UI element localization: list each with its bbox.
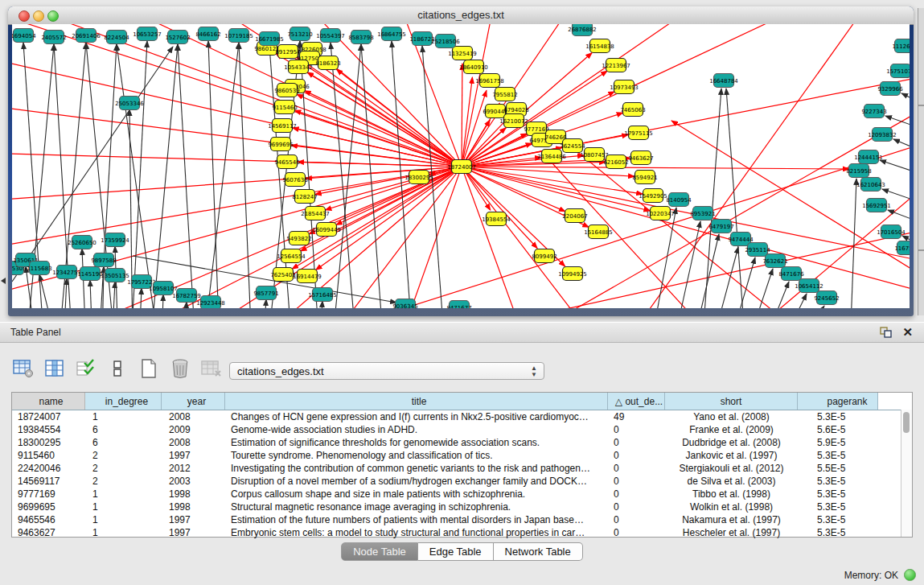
table-row[interactable]: 2242004622012Investigating the contribut… — [12, 462, 912, 475]
graph-node[interactable]: 8215958 — [846, 164, 871, 178]
graph-node[interactable]: 1694054 — [12, 29, 36, 43]
graph-node[interactable]: 5493822 — [286, 232, 311, 245]
graph-node[interactable]: 9245652 — [814, 291, 839, 305]
graph-node[interactable]: 1112635 — [892, 39, 910, 53]
graph-node[interactable]: 8594921 — [632, 171, 657, 184]
show-column-icon[interactable] — [43, 356, 67, 381]
graph-node[interactable]: 1115683 — [27, 262, 51, 275]
graph-node[interactable]: 17359924 — [101, 233, 129, 247]
graph-node[interactable]: 15751074 — [886, 64, 910, 78]
graph-node[interactable]: 10554397 — [316, 29, 345, 43]
graph-node[interactable]: 8953921 — [690, 207, 715, 220]
graph-node[interactable]: 21364486 — [537, 150, 566, 163]
graph-node[interactable]: 13505135 — [101, 269, 129, 282]
tab-node-table[interactable]: Node Table — [341, 542, 418, 561]
column-header-year[interactable]: year — [162, 393, 225, 410]
graph-node[interactable]: 8224504 — [104, 31, 129, 44]
column-header-in_degree[interactable]: in_degree — [85, 393, 162, 410]
graph-node[interactable]: 15492905 — [639, 189, 667, 203]
graph-node[interactable]: 9860539 — [274, 84, 299, 97]
graph-node[interactable]: 8140954 — [666, 193, 692, 207]
graph-node[interactable]: 10719185 — [224, 29, 253, 43]
table-row[interactable]: 1938455462009Genome-wide association stu… — [12, 423, 912, 436]
graph-node[interactable]: 12093832 — [868, 128, 897, 142]
graph-node[interactable]: 18724007 — [447, 160, 476, 174]
graph-node[interactable]: 12564554 — [277, 249, 306, 263]
graph-node[interactable]: 10220347 — [646, 207, 675, 220]
table-settings-icon[interactable] — [11, 356, 35, 381]
column-header-pagerank[interactable]: pagerank — [798, 393, 878, 410]
graph-node[interactable]: 9463627 — [628, 151, 653, 165]
close-panel-icon[interactable]: ✕ — [902, 325, 913, 340]
table-row[interactable]: 911546021997Tourette syndrome. Phenomeno… — [12, 449, 912, 462]
graph-node[interactable]: 10654112 — [795, 279, 823, 293]
graph-node[interactable]: 25053346 — [115, 97, 144, 110]
float-panel-icon[interactable] — [880, 327, 892, 338]
graph-node[interactable]: 1167531 — [894, 241, 910, 255]
graph-node[interactable]: 15164885 — [584, 225, 613, 239]
graph-node[interactable]: 19384554 — [482, 212, 511, 226]
graph-node[interactable]: 7632621 — [762, 254, 787, 268]
graph-node[interactable]: 16648784 — [709, 74, 738, 88]
graph-node[interactable]: 10653257 — [133, 27, 162, 41]
graph-node[interactable]: 16099449 — [312, 223, 341, 237]
graph-node[interactable]: 15716485 — [308, 288, 337, 302]
graph-node[interactable]: 9115460 — [272, 101, 297, 114]
graph-node[interactable]: 8099492 — [532, 249, 556, 263]
column-header-out_de[interactable]: △ out_de... — [608, 393, 665, 410]
graph-node[interactable]: 9897588 — [91, 253, 116, 267]
graph-node[interactable]: 16864755 — [377, 27, 406, 41]
graph-node[interactable]: 3624554 — [560, 139, 585, 153]
graph-node[interactable]: 26876882 — [568, 24, 597, 36]
graph-node[interactable]: 9857791 — [253, 286, 278, 300]
graph-node[interactable]: 10994925 — [558, 267, 587, 281]
graph-node[interactable]: 16210643 — [856, 178, 885, 192]
graph-node[interactable]: 6479197 — [708, 220, 733, 233]
graph-node[interactable]: 9699695 — [268, 138, 293, 151]
graph-node[interactable]: 16671985 — [255, 32, 284, 46]
table-select-dropdown[interactable]: citations_edges.txt ▲▼ — [229, 362, 544, 380]
graph-node[interactable]: 12923448 — [196, 296, 225, 309]
graph-node[interactable]: 16154838 — [585, 39, 614, 53]
graph-node[interactable]: 7465063 — [620, 103, 645, 117]
graph-node[interactable]: 10973493 — [610, 80, 639, 94]
graph-node[interactable]: 9465546 — [274, 155, 300, 169]
table-row[interactable]: 977716911998Corpus callosum shape and si… — [12, 488, 912, 501]
table-row[interactable]: 946362711997Embryonic stem cells: a mode… — [12, 526, 912, 539]
table-row[interactable]: 969969511998Structural magnetic resonanc… — [12, 501, 912, 513]
graph-node[interactable]: 20691406 — [72, 29, 101, 43]
graph-node[interactable]: 7513210 — [287, 27, 312, 41]
graph-node[interactable]: 2204067 — [562, 209, 587, 223]
graph-node[interactable]: 17975115 — [624, 126, 653, 140]
column-header-short[interactable]: short — [665, 393, 798, 410]
graph-node[interactable]: 7625402 — [270, 268, 295, 282]
graph-node[interactable]: 8583798 — [348, 31, 373, 44]
column-header-title[interactable]: title — [225, 393, 608, 410]
graph-node[interactable]: 7955812 — [492, 88, 517, 101]
table-row[interactable]: 946554611997Estimation of the future num… — [12, 513, 912, 526]
graph-node[interactable]: 12444151 — [854, 150, 883, 164]
row-height-icon[interactable] — [105, 356, 129, 381]
column-header-name[interactable]: name — [12, 393, 85, 410]
graph-node[interactable]: 2405572 — [41, 31, 66, 44]
graph-node[interactable]: 9036345 — [392, 299, 417, 309]
graph-node[interactable]: 18640910 — [459, 60, 488, 74]
panel-collapse-arrow-icon[interactable] — [1, 278, 6, 284]
graph-node[interactable]: 18300295 — [405, 171, 433, 184]
graph-node[interactable]: 1527602 — [165, 31, 190, 44]
graph-node[interactable]: 8186323 — [315, 56, 340, 70]
graph-node[interactable]: 12213967 — [602, 59, 630, 72]
graph-node[interactable]: 25260650 — [68, 236, 97, 249]
graph-node[interactable]: 16961758 — [475, 74, 504, 88]
new-table-icon[interactable] — [137, 356, 161, 381]
graph-node[interactable]: 8128247 — [292, 190, 317, 204]
graph-node[interactable]: 9329966 — [877, 82, 903, 96]
delete-table-icon[interactable] — [199, 356, 224, 381]
delete-rows-icon[interactable] — [168, 356, 192, 381]
graph-node[interactable]: 9607636 — [282, 173, 308, 187]
graph-node[interactable]: 14569117 — [268, 119, 297, 133]
table-row[interactable]: 1456911722003Disruption of a novel membe… — [12, 475, 912, 488]
select-rows-icon[interactable] — [74, 356, 98, 381]
table-row[interactable]: 1830029562008Estimation of significance … — [12, 436, 912, 449]
graph-node[interactable]: 15692951 — [862, 199, 891, 212]
